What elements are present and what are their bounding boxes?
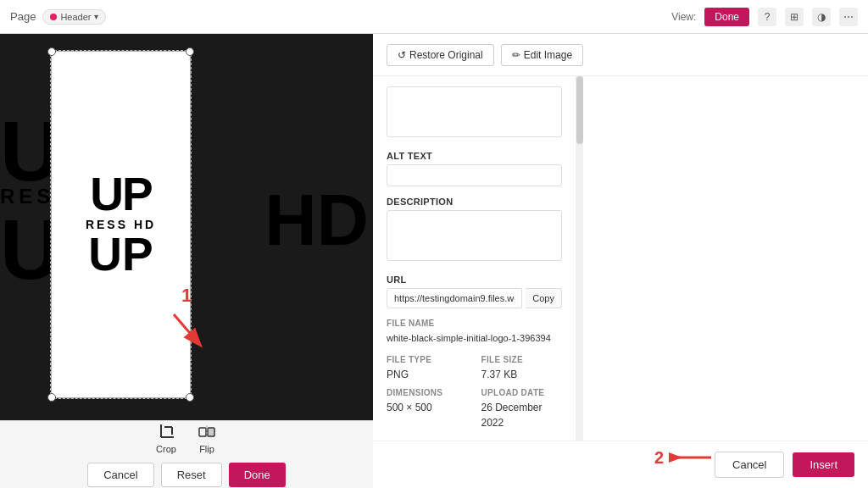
dimensions-key: DIMENSIONS — [387, 388, 468, 397]
restore-label: Restore Original — [409, 49, 483, 61]
top-bar: Page Header ▾ View: Done ? ⊞ ◑ ⋯ — [0, 0, 868, 34]
top-bar-left: Page Header ▾ — [10, 9, 106, 25]
edit-image-label: Edit Image — [524, 49, 572, 61]
description-field-group: Description — [387, 197, 562, 264]
file-size-col: FILE SIZE 7.37 KB — [481, 355, 563, 381]
flip-icon — [197, 422, 217, 442]
dimensions-date-row: DIMENSIONS 500 × 500 UPLOAD DATE 26 Dece… — [387, 388, 562, 430]
bottom-toolbar: Crop Flip Cancel Reset Done — [0, 420, 373, 488]
description-textarea[interactable] — [387, 210, 562, 261]
file-info: FILE NAME white-black-simple-initial-log… — [387, 319, 562, 430]
file-size-value: 7.37 KB — [481, 369, 518, 380]
layout-icon[interactable]: ⊞ — [785, 8, 804, 26]
header-label: Header — [60, 12, 91, 22]
handle-tl[interactable] — [47, 47, 56, 56]
url-field-group: URL Copy — [387, 274, 562, 308]
view-done-button[interactable]: Done — [704, 8, 749, 26]
scrollbar-track[interactable] — [576, 76, 583, 441]
file-type-col: FILE TYPE PNG — [387, 355, 468, 381]
file-size-key: FILE SIZE — [481, 355, 563, 364]
crop-label: Crop — [156, 444, 176, 454]
handle-tr[interactable] — [186, 47, 194, 56]
header-chevron-icon: ▾ — [94, 12, 98, 21]
alt-text-label: Alt text — [387, 151, 562, 161]
meta-panel: Alt text Description URL Copy FILE NAME — [373, 76, 576, 441]
page-label: Page — [10, 10, 36, 23]
cancel-right-button[interactable]: Cancel — [715, 452, 784, 478]
done-button[interactable]: Done — [229, 463, 286, 487]
help-icon[interactable]: ? — [758, 8, 776, 26]
insert-button[interactable]: Insert — [793, 452, 854, 477]
right-panel: ↺ Restore Original ✏ Edit Image Alt text… — [373, 34, 868, 488]
file-name-key: FILE NAME — [387, 319, 562, 328]
svg-rect-6 — [208, 428, 214, 436]
edit-header: ↺ Restore Original ✏ Edit Image — [373, 34, 868, 76]
dimensions-col: DIMENSIONS 500 × 500 — [387, 388, 468, 430]
right-bottom: Cancel Insert — [373, 441, 868, 488]
image-area: UP RESS HD UP HD UP RESS HD UP 1 — [0, 34, 373, 420]
file-name-value: white-black-simple-initial-logo-1-396394 — [387, 333, 551, 343]
caption-textarea[interactable] — [387, 86, 562, 137]
upload-date-col: UPLOAD DATE 26 December 2022 — [481, 388, 563, 430]
restore-original-button[interactable]: ↺ Restore Original — [387, 44, 494, 66]
scrollbar-thumb[interactable] — [576, 76, 583, 144]
url-input[interactable] — [387, 288, 522, 308]
file-type-key: FILE TYPE — [387, 355, 468, 364]
alt-text-field-group: Alt text — [387, 151, 562, 186]
view-label: View: — [671, 11, 696, 23]
logo-box-text-1: UP — [90, 171, 151, 218]
upload-date-value: 26 December 2022 — [481, 402, 542, 429]
top-bar-right: View: Done ? ⊞ ◑ ⋯ — [671, 8, 858, 26]
description-label: Description — [387, 197, 562, 207]
header-tag[interactable]: Header ▾ — [42, 9, 106, 25]
svg-rect-5 — [199, 428, 206, 436]
content-area: Alt text Description URL Copy FILE NAME — [373, 76, 868, 441]
tool-icons: Crop Flip — [156, 422, 217, 454]
cancel-button[interactable]: Cancel — [87, 463, 153, 487]
contrast-icon[interactable]: ◑ — [812, 8, 831, 26]
edit-icon: ✏ — [512, 49, 520, 61]
crop-icon — [156, 422, 176, 442]
logo-box-text-3: UP — [88, 231, 153, 278]
selection-box: UP RESS HD UP — [51, 51, 191, 398]
dimensions-value: 500 × 500 — [387, 402, 432, 413]
logo-box-text-2: RESS HD — [86, 218, 156, 231]
restore-icon: ↺ — [398, 49, 406, 61]
alt-text-input[interactable] — [387, 164, 562, 186]
copy-url-button[interactable]: Copy — [526, 288, 562, 308]
reset-button[interactable]: Reset — [161, 463, 222, 487]
file-name-group: FILE NAME white-black-simple-initial-log… — [387, 319, 562, 345]
caption-field-group — [387, 86, 562, 141]
bottom-buttons: Cancel Reset Done — [87, 463, 286, 487]
file-type-value: PNG — [387, 369, 409, 380]
url-label: URL — [387, 274, 562, 285]
header-dot — [50, 14, 57, 20]
upload-date-key: UPLOAD DATE — [481, 388, 563, 397]
more-icon[interactable]: ⋯ — [839, 8, 858, 26]
handle-bl[interactable] — [47, 393, 56, 402]
edit-image-button[interactable]: ✏ Edit Image — [501, 44, 583, 66]
flip-tool[interactable]: Flip — [197, 422, 217, 454]
url-row: Copy — [387, 288, 562, 308]
crop-tool[interactable]: Crop — [156, 422, 176, 454]
left-panel: UP RESS HD UP HD UP RESS HD UP 1 — [0, 34, 373, 488]
flip-label: Flip — [199, 444, 214, 454]
logo-right-text-1: HD — [264, 184, 369, 256]
handle-br[interactable] — [186, 393, 194, 402]
file-type-size-row: FILE TYPE PNG FILE SIZE 7.37 KB — [387, 355, 562, 381]
